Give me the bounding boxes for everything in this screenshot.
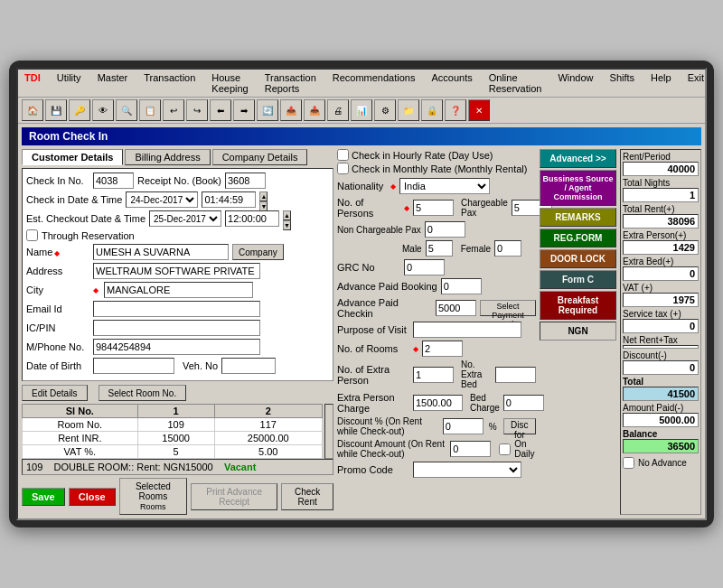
- discount-amount-row: Discount Amount (On Rent while Check-out…: [337, 439, 536, 459]
- mobile-input[interactable]: [93, 339, 260, 355]
- ic-input[interactable]: [93, 320, 260, 336]
- checkin-date-select[interactable]: 24-Dec-2017: [126, 191, 198, 208]
- toolbar-btn-5[interactable]: 🔍: [116, 99, 137, 121]
- toolbar-btn-18[interactable]: 🔒: [421, 99, 443, 121]
- name-input[interactable]: [93, 244, 229, 260]
- email-input[interactable]: [93, 301, 260, 317]
- menu-txn-reports[interactable]: Transaction Reports: [262, 71, 319, 95]
- toolbar-btn-12[interactable]: 📤: [280, 99, 302, 121]
- nationality-select[interactable]: India: [399, 178, 490, 194]
- tab-company-details[interactable]: Company Details: [212, 149, 308, 165]
- company-button[interactable]: Company: [232, 244, 284, 260]
- door-lock-button[interactable]: DOOR LOCK: [540, 249, 616, 268]
- non-chargeable-input[interactable]: [425, 221, 465, 238]
- checkout-time-up[interactable]: ▲: [283, 210, 291, 220]
- checkin-no-input[interactable]: [93, 173, 134, 189]
- close-button[interactable]: Close: [69, 488, 116, 506]
- menu-window[interactable]: Window: [555, 71, 596, 95]
- menu-utility[interactable]: Utility: [54, 71, 84, 95]
- table-scrollbar[interactable]: [324, 404, 333, 459]
- hourly-rate-checkbox[interactable]: [337, 149, 349, 161]
- veh-input[interactable]: [221, 358, 276, 374]
- toolbar-btn-17[interactable]: 📁: [398, 99, 419, 121]
- menu-housekeeping[interactable]: House Keeping: [209, 71, 250, 95]
- ngn-button[interactable]: NGN: [540, 322, 616, 341]
- female-input[interactable]: [494, 240, 521, 257]
- remarks-button[interactable]: REMARKS: [540, 208, 616, 227]
- toolbar-btn-13[interactable]: 📥: [304, 99, 325, 121]
- toolbar-btn-6[interactable]: 📋: [139, 99, 161, 121]
- save-button[interactable]: Save: [22, 488, 65, 506]
- toolbar-btn-4[interactable]: 👁: [92, 99, 114, 121]
- menu-online-reservation[interactable]: Online Reservation: [486, 71, 545, 95]
- status-bar: 109 DOUBLE ROOM:: Rent: NGN15000 Vacant: [22, 459, 333, 475]
- address-input[interactable]: [93, 263, 260, 279]
- disc-for-button[interactable]: Disc for: [503, 418, 536, 434]
- toolbar-btn-8[interactable]: ↪: [186, 99, 208, 121]
- percent-sign: %: [489, 422, 497, 432]
- business-source-button[interactable]: Bussiness Source / Agent Commission: [540, 170, 616, 206]
- no-rooms-input[interactable]: [422, 341, 463, 357]
- menu-tdi[interactable]: TDI: [22, 71, 43, 95]
- remove-selected-rooms-button[interactable]: Selected RoomsRooms: [119, 478, 187, 515]
- print-advance-receipt-button[interactable]: Print Advance Receipt: [191, 483, 277, 510]
- toolbar-btn-7[interactable]: ↩: [163, 99, 184, 121]
- menu-exit[interactable]: Exit: [685, 71, 707, 95]
- receipt-no-input[interactable]: [225, 173, 266, 189]
- bed-charge-input[interactable]: [503, 395, 544, 411]
- toolbar-btn-9[interactable]: ⬅: [210, 99, 231, 121]
- breakfast-required-button[interactable]: Breakfast Required: [540, 291, 616, 320]
- toolbar-btn-2[interactable]: 💾: [45, 99, 67, 121]
- select-room-button[interactable]: Select Room No.: [99, 385, 187, 401]
- no-advance-checkbox[interactable]: [623, 457, 634, 469]
- check-rent-button[interactable]: Check Rent: [281, 483, 333, 510]
- tab-billing-address[interactable]: Billing Address: [125, 149, 210, 165]
- extra-charge-input[interactable]: [413, 395, 463, 411]
- menu-accounts[interactable]: Accounts: [428, 71, 474, 95]
- extra-bed-input[interactable]: [495, 367, 536, 383]
- toolbar-btn-10[interactable]: ➡: [233, 99, 255, 121]
- advance-booking-input[interactable]: [441, 278, 482, 294]
- purpose-input[interactable]: [413, 322, 521, 338]
- city-input[interactable]: [104, 282, 253, 298]
- toolbar-btn-19[interactable]: ❓: [445, 99, 466, 121]
- toolbar-close-btn[interactable]: ✕: [468, 99, 490, 121]
- checkout-time-input[interactable]: [225, 210, 279, 227]
- checkout-time-down[interactable]: ▼: [283, 220, 291, 230]
- on-daily-checkbox[interactable]: [499, 443, 511, 455]
- male-input[interactable]: [426, 240, 453, 257]
- advance-checkin-input[interactable]: [436, 300, 476, 316]
- grc-input[interactable]: [404, 259, 445, 275]
- menu-transaction[interactable]: Transaction: [141, 71, 198, 95]
- toolbar-btn-3[interactable]: 🔑: [69, 99, 90, 121]
- toolbar-btn-11[interactable]: 🔄: [257, 99, 278, 121]
- no-persons-input[interactable]: [413, 200, 454, 216]
- edit-details-button[interactable]: Edit Details: [22, 385, 88, 401]
- checkin-time-up[interactable]: ▲: [259, 191, 268, 201]
- checkin-no-label: Check In No.: [26, 175, 89, 186]
- dob-input[interactable]: [93, 358, 174, 374]
- tab-customer-details[interactable]: Customer Details: [22, 149, 123, 165]
- checkout-date-select[interactable]: 25-Dec-2017: [149, 210, 221, 227]
- form-c-button[interactable]: Form C: [540, 270, 616, 289]
- ic-label: IC/PIN: [26, 322, 89, 333]
- reg-form-button[interactable]: REG.FORM: [540, 229, 616, 247]
- checkin-time-input[interactable]: [202, 191, 256, 208]
- menu-bar: TDI Utility Master Transaction House Kee…: [18, 70, 705, 98]
- toolbar-btn-1[interactable]: 🏠: [22, 99, 43, 121]
- through-reservation-checkbox[interactable]: [26, 229, 38, 241]
- extra-person-input[interactable]: [413, 367, 454, 383]
- menu-master[interactable]: Master: [95, 71, 131, 95]
- menu-shifts[interactable]: Shifts: [607, 71, 638, 95]
- menu-recommendations[interactable]: Recommendations: [330, 71, 418, 95]
- promo-code-select[interactable]: [413, 462, 521, 478]
- discount-pct-input[interactable]: [443, 418, 484, 434]
- monthly-rate-checkbox[interactable]: [337, 163, 349, 174]
- advanced-button[interactable]: Advanced >>: [540, 149, 616, 168]
- select-payment-mode-button[interactable]: Select Payment Mode: [480, 300, 536, 316]
- toolbar-btn-16[interactable]: ⚙: [374, 99, 396, 121]
- discount-amount-input[interactable]: [450, 441, 491, 457]
- toolbar-btn-15[interactable]: 📊: [351, 99, 372, 121]
- toolbar-btn-14[interactable]: 🖨: [327, 99, 349, 121]
- menu-help[interactable]: Help: [648, 71, 674, 95]
